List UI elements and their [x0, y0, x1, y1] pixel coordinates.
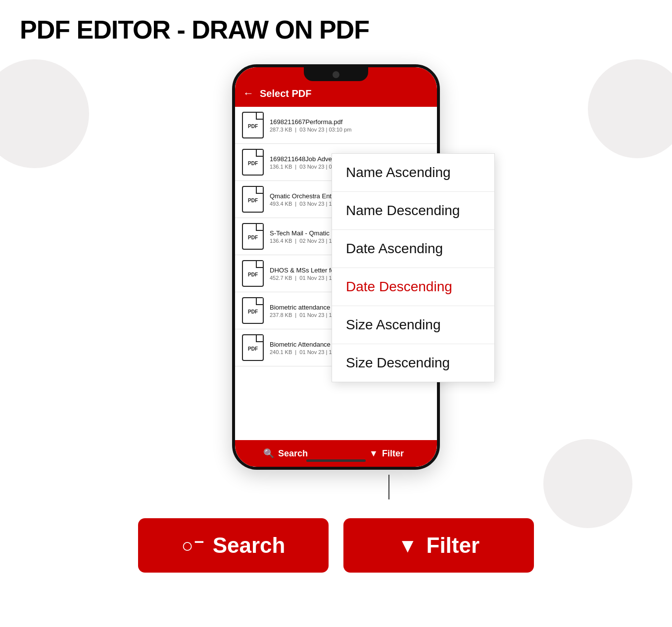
file-meta: 287.3 KB | 03 Nov 23 | 03:10 pm: [270, 127, 430, 133]
search-button[interactable]: ○⁻ Search: [138, 518, 329, 573]
home-indicator: [306, 459, 366, 462]
phone-filter-button[interactable]: ▼ Filter: [336, 440, 437, 467]
filter-icon: ▼: [369, 448, 378, 459]
file-info: 1698211667Performa.pdf 287.3 KB | 03 Nov…: [270, 118, 430, 133]
search-button-label: Search: [213, 533, 286, 558]
phone-camera: [333, 71, 339, 78]
pdf-icon: PDF: [242, 186, 264, 213]
pdf-icon: PDF: [242, 334, 264, 361]
sort-option[interactable]: Date Ascending: [332, 230, 494, 268]
file-name: 1698211667Performa.pdf: [270, 118, 430, 126]
pdf-icon: PDF: [242, 149, 264, 176]
phone-notch: [304, 67, 368, 81]
sort-option[interactable]: Date Descending: [332, 268, 494, 306]
pdf-icon-label: PDF: [248, 272, 258, 277]
phone-search-button[interactable]: 🔍 Search: [235, 440, 336, 467]
pdf-icon: PDF: [242, 112, 264, 138]
sort-option[interactable]: Size Descending: [332, 344, 494, 382]
pdf-icon: PDF: [242, 223, 264, 250]
page-title: PDF EDITOR - DRAW ON PDF: [20, 15, 369, 45]
search-icon: 🔍: [263, 448, 274, 459]
pdf-icon-label: PDF: [248, 124, 258, 129]
app-header-title: Select PDF: [260, 88, 311, 99]
list-item[interactable]: PDF 1698211667Performa.pdf 287.3 KB | 03…: [235, 107, 437, 144]
pdf-icon-label: PDF: [248, 198, 258, 203]
deco-circle-bottom-right: [543, 439, 632, 528]
pdf-icon: PDF: [242, 260, 264, 287]
filter-button-label: Filter: [427, 533, 480, 558]
connector-line: [388, 475, 389, 499]
pdf-icon-label: PDF: [248, 346, 258, 352]
bottom-actions: ○⁻ Search ▼ Filter: [138, 518, 534, 573]
sort-dropdown: Name AscendingName DescendingDate Ascend…: [332, 153, 495, 382]
pdf-icon: PDF: [242, 297, 264, 324]
pdf-icon-label: PDF: [248, 309, 258, 314]
back-arrow-icon[interactable]: ←: [243, 87, 254, 100]
search-button-icon: ○⁻: [182, 534, 204, 557]
sort-option[interactable]: Name Ascending: [332, 154, 494, 192]
deco-circle-top-left: [0, 59, 89, 168]
phone-filter-label: Filter: [382, 448, 404, 459]
pdf-icon-label: PDF: [248, 235, 258, 240]
pdf-icon-label: PDF: [248, 161, 258, 166]
filter-button[interactable]: ▼ Filter: [343, 518, 534, 573]
phone-search-label: Search: [278, 448, 308, 459]
sort-option[interactable]: Size Ascending: [332, 306, 494, 344]
phone-bottom-buttons: 🔍 Search ▼ Filter: [235, 440, 437, 467]
deco-circle-top-right: [588, 59, 672, 158]
filter-button-icon: ▼: [398, 535, 418, 557]
sort-option[interactable]: Name Descending: [332, 192, 494, 230]
